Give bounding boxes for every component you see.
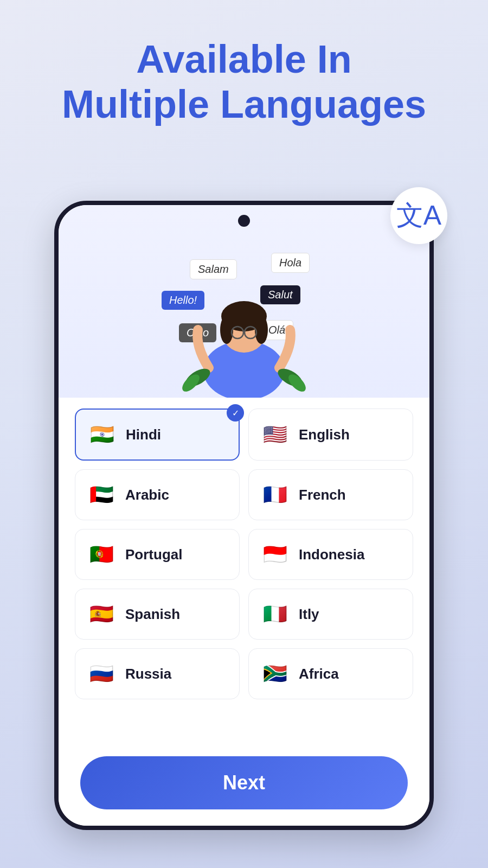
phone-notch (238, 215, 250, 227)
lang-name-africa: Africa (299, 666, 339, 682)
flag-indonesia: 🇮🇩 (260, 539, 290, 570)
next-button[interactable]: Next (80, 756, 408, 809)
svg-point-3 (220, 316, 233, 344)
flag-portugal: 🇵🇹 (86, 539, 117, 570)
lang-card-english[interactable]: 🇺🇸English (248, 409, 413, 461)
lang-name-arabic: Arabic (125, 487, 169, 503)
translate-icon: 文A (396, 197, 441, 234)
flag-spanish: 🇪🇸 (86, 599, 117, 629)
flag-russia: 🇷🇺 (86, 659, 117, 689)
illustration: Salam Hola Hello! Salut Ciao Olá (59, 205, 429, 400)
flag-english: 🇺🇸 (260, 419, 290, 450)
lang-card-hindi[interactable]: ✓🇮🇳Hindi (75, 409, 240, 461)
header-line2-part2: Languages (220, 82, 426, 126)
lang-name-portugal: Portugal (125, 546, 182, 563)
language-selection-area: ✓🇮🇳Hindi🇺🇸English🇦🇪Arabic🇫🇷French🇵🇹Portu… (59, 398, 429, 826)
lang-name-italy: Itly (299, 606, 319, 623)
lang-name-hindi: Hindi (126, 426, 161, 443)
person-illustration (168, 276, 320, 400)
lang-card-russia[interactable]: 🇷🇺Russia (75, 648, 240, 699)
header-line2: Multiple Languages (0, 81, 488, 127)
header-line2-part1: Multiple (62, 82, 220, 126)
header-section: Available In Multiple Languages (0, 0, 488, 144)
flag-africa: 🇿🇦 (260, 659, 290, 689)
lang-name-french: French (299, 487, 346, 503)
lang-name-spanish: Spanish (125, 606, 180, 623)
lang-card-italy[interactable]: 🇮🇹Itly (248, 589, 413, 640)
lang-card-portugal[interactable]: 🇵🇹Portugal (75, 529, 240, 580)
flag-hindi: 🇮🇳 (87, 419, 117, 450)
svg-point-4 (255, 316, 268, 344)
flag-french: 🇫🇷 (260, 480, 290, 510)
illustration-area: Salam Hola Hello! Salut Ciao Olá (59, 205, 429, 400)
header-line1: Available In (0, 38, 488, 81)
lang-card-indonesia[interactable]: 🇮🇩Indonesia (248, 529, 413, 580)
lang-name-indonesia: Indonesia (299, 546, 364, 563)
lang-card-arabic[interactable]: 🇦🇪Arabic (75, 469, 240, 520)
lang-card-french[interactable]: 🇫🇷French (248, 469, 413, 520)
language-grid: ✓🇮🇳Hindi🇺🇸English🇦🇪Arabic🇫🇷French🇵🇹Portu… (75, 409, 413, 699)
phone-frame: Salam Hola Hello! Salut Ciao Olá (54, 201, 434, 830)
bubble-hola: Hola (271, 253, 310, 273)
selected-checkmark: ✓ (227, 404, 244, 422)
lang-name-russia: Russia (125, 666, 171, 682)
lang-card-spanish[interactable]: 🇪🇸Spanish (75, 589, 240, 640)
flag-arabic: 🇦🇪 (86, 480, 117, 510)
lang-name-english: English (299, 426, 350, 443)
flag-italy: 🇮🇹 (260, 599, 290, 629)
translate-icon-bubble: 文A (390, 187, 447, 244)
lang-card-africa[interactable]: 🇿🇦Africa (248, 648, 413, 699)
